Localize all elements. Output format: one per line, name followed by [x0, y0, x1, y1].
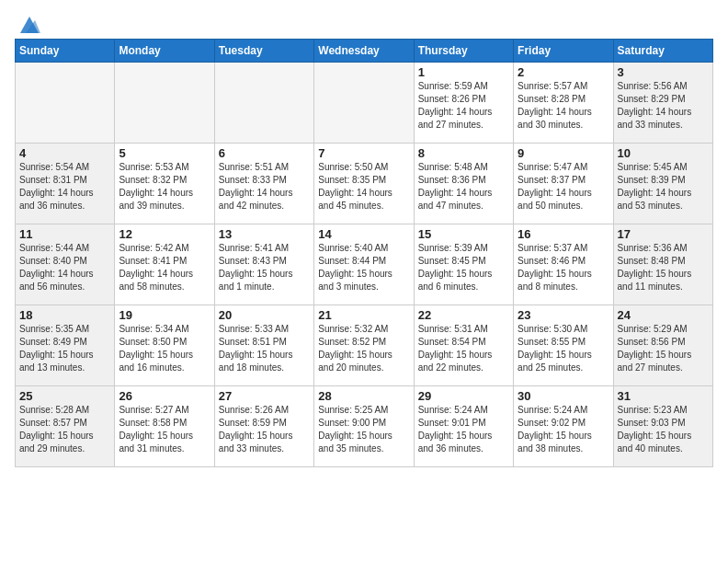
day-cell: 7Sunrise: 5:50 AM Sunset: 8:35 PM Daylig…	[314, 144, 414, 224]
day-number: 17	[618, 227, 709, 241]
day-number: 18	[19, 308, 110, 322]
day-cell: 4Sunrise: 5:54 AM Sunset: 8:31 PM Daylig…	[16, 144, 115, 224]
day-cell: 12Sunrise: 5:42 AM Sunset: 8:41 PM Dayli…	[115, 224, 214, 305]
day-info: Sunrise: 5:59 AM Sunset: 8:26 PM Dayligh…	[418, 80, 509, 132]
day-info: Sunrise: 5:32 AM Sunset: 8:52 PM Dayligh…	[318, 323, 409, 374]
day-cell: 29Sunrise: 5:24 AM Sunset: 9:01 PM Dayli…	[414, 386, 513, 467]
day-cell: 16Sunrise: 5:37 AM Sunset: 8:46 PM Dayli…	[514, 224, 613, 305]
weekday-header-thursday: Thursday	[414, 40, 513, 63]
day-number: 26	[119, 389, 210, 403]
day-info: Sunrise: 5:23 AM Sunset: 9:03 PM Dayligh…	[618, 404, 709, 455]
day-info: Sunrise: 5:33 AM Sunset: 8:51 PM Dayligh…	[219, 323, 310, 374]
day-number: 19	[119, 308, 210, 322]
day-cell: 28Sunrise: 5:25 AM Sunset: 9:00 PM Dayli…	[314, 386, 414, 467]
day-info: Sunrise: 5:54 AM Sunset: 8:31 PM Dayligh…	[19, 161, 110, 213]
day-cell: 27Sunrise: 5:26 AM Sunset: 8:59 PM Dayli…	[214, 386, 313, 467]
day-info: Sunrise: 5:51 AM Sunset: 8:33 PM Dayligh…	[219, 161, 310, 213]
day-cell: 6Sunrise: 5:51 AM Sunset: 8:33 PM Daylig…	[214, 144, 313, 224]
day-number: 7	[318, 146, 409, 160]
day-cell: 18Sunrise: 5:35 AM Sunset: 8:49 PM Dayli…	[16, 305, 115, 386]
day-number: 15	[418, 227, 509, 241]
week-row-5: 25Sunrise: 5:28 AM Sunset: 8:57 PM Dayli…	[16, 386, 713, 467]
week-row-4: 18Sunrise: 5:35 AM Sunset: 8:49 PM Dayli…	[16, 305, 713, 386]
day-cell: 26Sunrise: 5:27 AM Sunset: 8:58 PM Dayli…	[115, 386, 214, 467]
day-cell: 23Sunrise: 5:30 AM Sunset: 8:55 PM Dayli…	[514, 305, 613, 386]
weekday-header-saturday: Saturday	[613, 40, 712, 63]
day-cell: 3Sunrise: 5:56 AM Sunset: 8:29 PM Daylig…	[613, 63, 712, 144]
day-number: 9	[518, 146, 609, 160]
day-cell: 1Sunrise: 5:59 AM Sunset: 8:26 PM Daylig…	[414, 63, 513, 144]
day-info: Sunrise: 5:30 AM Sunset: 8:55 PM Dayligh…	[518, 323, 609, 374]
day-info: Sunrise: 5:53 AM Sunset: 8:32 PM Dayligh…	[119, 161, 210, 213]
day-info: Sunrise: 5:34 AM Sunset: 8:50 PM Dayligh…	[119, 323, 210, 374]
day-info: Sunrise: 5:57 AM Sunset: 8:28 PM Dayligh…	[518, 80, 609, 132]
day-number: 10	[618, 146, 709, 160]
weekday-header-tuesday: Tuesday	[214, 40, 313, 63]
day-cell: 19Sunrise: 5:34 AM Sunset: 8:50 PM Dayli…	[115, 305, 214, 386]
day-info: Sunrise: 5:45 AM Sunset: 8:39 PM Dayligh…	[618, 161, 709, 213]
day-cell: 9Sunrise: 5:47 AM Sunset: 8:37 PM Daylig…	[514, 144, 613, 224]
logo	[15, 13, 42, 33]
weekday-header-monday: Monday	[115, 40, 214, 63]
day-info: Sunrise: 5:56 AM Sunset: 8:29 PM Dayligh…	[618, 80, 709, 132]
weekday-header-row: SundayMondayTuesdayWednesdayThursdayFrid…	[16, 40, 713, 63]
day-info: Sunrise: 5:48 AM Sunset: 8:36 PM Dayligh…	[418, 161, 509, 213]
day-number: 23	[518, 308, 609, 322]
day-number: 6	[219, 146, 310, 160]
day-number: 25	[19, 389, 110, 403]
day-cell: 5Sunrise: 5:53 AM Sunset: 8:32 PM Daylig…	[115, 144, 214, 224]
day-number: 2	[518, 65, 609, 79]
week-row-3: 11Sunrise: 5:44 AM Sunset: 8:40 PM Dayli…	[16, 224, 713, 305]
day-number: 21	[318, 308, 409, 322]
day-info: Sunrise: 5:25 AM Sunset: 9:00 PM Dayligh…	[318, 404, 409, 455]
day-number: 20	[219, 308, 310, 322]
day-info: Sunrise: 5:28 AM Sunset: 8:57 PM Dayligh…	[19, 404, 110, 455]
day-cell: 17Sunrise: 5:36 AM Sunset: 8:48 PM Dayli…	[613, 224, 712, 305]
day-cell	[314, 63, 414, 144]
day-info: Sunrise: 5:37 AM Sunset: 8:46 PM Dayligh…	[518, 242, 609, 293]
day-number: 12	[119, 227, 210, 241]
week-row-2: 4Sunrise: 5:54 AM Sunset: 8:31 PM Daylig…	[16, 144, 713, 224]
day-cell: 31Sunrise: 5:23 AM Sunset: 9:03 PM Dayli…	[613, 386, 712, 467]
day-number: 28	[318, 389, 409, 403]
page: SundayMondayTuesdayWednesdayThursdayFrid…	[0, 0, 728, 482]
day-cell: 10Sunrise: 5:45 AM Sunset: 8:39 PM Dayli…	[613, 144, 712, 224]
weekday-header-wednesday: Wednesday	[314, 40, 414, 63]
day-cell: 2Sunrise: 5:57 AM Sunset: 8:28 PM Daylig…	[514, 63, 613, 144]
day-number: 30	[518, 389, 609, 403]
day-info: Sunrise: 5:39 AM Sunset: 8:45 PM Dayligh…	[418, 242, 509, 293]
day-cell: 11Sunrise: 5:44 AM Sunset: 8:40 PM Dayli…	[16, 224, 115, 305]
calendar-table: SundayMondayTuesdayWednesdayThursdayFrid…	[15, 39, 713, 467]
day-number: 5	[119, 146, 210, 160]
week-row-1: 1Sunrise: 5:59 AM Sunset: 8:26 PM Daylig…	[16, 63, 713, 144]
day-info: Sunrise: 5:44 AM Sunset: 8:40 PM Dayligh…	[19, 242, 110, 293]
day-cell: 20Sunrise: 5:33 AM Sunset: 8:51 PM Dayli…	[214, 305, 313, 386]
day-cell	[16, 63, 115, 144]
day-number: 4	[19, 146, 110, 160]
day-info: Sunrise: 5:35 AM Sunset: 8:49 PM Dayligh…	[19, 323, 110, 374]
day-number: 13	[219, 227, 310, 241]
day-number: 22	[418, 308, 509, 322]
weekday-header-sunday: Sunday	[16, 40, 115, 63]
day-cell: 24Sunrise: 5:29 AM Sunset: 8:56 PM Dayli…	[613, 305, 712, 386]
day-number: 29	[418, 389, 509, 403]
day-info: Sunrise: 5:31 AM Sunset: 8:54 PM Dayligh…	[418, 323, 509, 374]
day-info: Sunrise: 5:29 AM Sunset: 8:56 PM Dayligh…	[618, 323, 709, 374]
day-cell: 22Sunrise: 5:31 AM Sunset: 8:54 PM Dayli…	[414, 305, 513, 386]
day-number: 16	[518, 227, 609, 241]
day-info: Sunrise: 5:27 AM Sunset: 8:58 PM Dayligh…	[119, 404, 210, 455]
day-cell	[115, 63, 214, 144]
day-number: 11	[19, 227, 110, 241]
day-cell: 15Sunrise: 5:39 AM Sunset: 8:45 PM Dayli…	[414, 224, 513, 305]
day-cell: 30Sunrise: 5:24 AM Sunset: 9:02 PM Dayli…	[514, 386, 613, 467]
day-number: 14	[318, 227, 409, 241]
day-cell: 25Sunrise: 5:28 AM Sunset: 8:57 PM Dayli…	[16, 386, 115, 467]
header	[15, 9, 713, 33]
day-cell: 14Sunrise: 5:40 AM Sunset: 8:44 PM Dayli…	[314, 224, 414, 305]
day-number: 27	[219, 389, 310, 403]
day-info: Sunrise: 5:26 AM Sunset: 8:59 PM Dayligh…	[219, 404, 310, 455]
day-info: Sunrise: 5:47 AM Sunset: 8:37 PM Dayligh…	[518, 161, 609, 213]
day-number: 1	[418, 65, 509, 79]
day-cell	[214, 63, 313, 144]
day-number: 3	[618, 65, 709, 79]
